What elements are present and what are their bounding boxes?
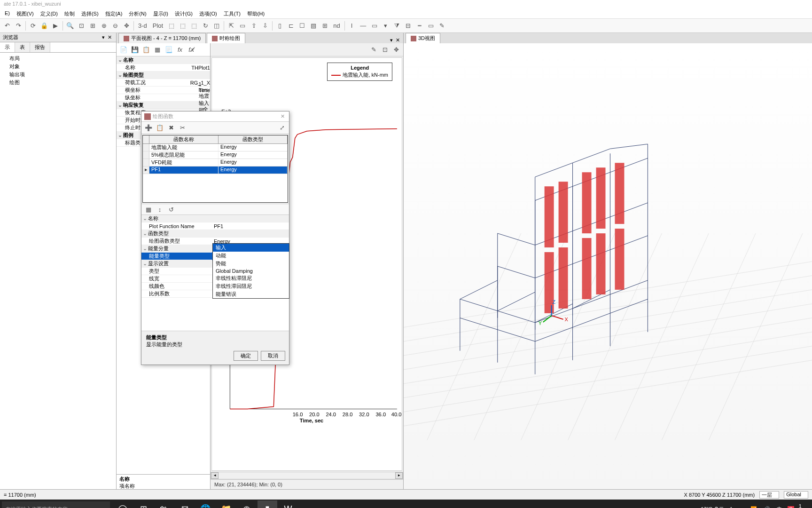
tab-th-plot[interactable]: 时称绘图 <box>207 33 245 43</box>
perspective-icon[interactable]: ◫ <box>211 21 222 31</box>
new-icon[interactable]: 📄 <box>118 45 129 55</box>
sogou-icon[interactable]: S <box>788 506 794 508</box>
lock-icon[interactable]: 🔒 <box>39 21 49 31</box>
clock[interactable]: 1202 <box>799 503 807 508</box>
doc-icon[interactable]: 📃 <box>164 45 174 55</box>
fx2-icon[interactable]: fx̸ <box>186 45 196 55</box>
tree-plot[interactable]: 绘图 <box>4 79 112 87</box>
move-chart-icon[interactable]: ✥ <box>391 45 401 55</box>
dim-icon[interactable]: — <box>358 21 368 31</box>
col-func-name[interactable]: 函数名称 <box>149 135 219 143</box>
dd-global-damping[interactable]: Global Damping <box>213 268 289 274</box>
word-icon[interactable]: W <box>278 500 298 508</box>
table-row[interactable]: VFD耗能Energy <box>143 159 288 167</box>
view-3d-button[interactable]: 3-d <box>136 21 149 31</box>
text-icon[interactable]: I <box>347 21 357 31</box>
app1-icon[interactable]: ▮ <box>258 500 277 508</box>
start-icon[interactable]: ◯ <box>113 500 133 508</box>
cancel-button[interactable]: 取消 <box>261 351 285 361</box>
funnel-icon[interactable]: ⧩ <box>392 21 402 31</box>
color-icon[interactable]: ▭ <box>426 21 436 31</box>
dropdown1-icon[interactable]: ▾ <box>381 21 391 31</box>
weather-widget[interactable]: ☁ 17°C 多云 <box>694 506 724 508</box>
tab-report[interactable]: 报告 <box>30 42 50 52</box>
collapse-icon[interactable]: ⌄ <box>117 72 123 78</box>
object-icon[interactable]: ▭ <box>237 21 248 31</box>
ok-button[interactable]: 确定 <box>234 351 258 361</box>
expand-dialog-icon[interactable]: ⤢ <box>277 123 287 133</box>
plot-button[interactable]: Plot <box>150 21 165 31</box>
show-icon[interactable]: ☐ <box>297 21 307 31</box>
zoom-in-icon[interactable]: ⊕ <box>99 21 109 31</box>
taskview-icon[interactable]: ⊞ <box>133 500 153 508</box>
3d-viewport[interactable]: X Y Z <box>404 43 812 489</box>
tab-3d-view[interactable]: 3D视图 <box>406 33 440 43</box>
extrude-icon[interactable]: ▯ <box>274 21 285 31</box>
explorer-icon[interactable]: 📁 <box>216 500 236 508</box>
menu-options[interactable]: 选项(O) <box>197 10 219 17</box>
zoom-prev-icon[interactable]: ⊞ <box>87 21 98 31</box>
dd-kinetic[interactable]: 动能 <box>213 252 289 260</box>
collapse-icon[interactable]: ⌄ <box>117 102 123 108</box>
zoom-out-icon[interactable]: ⊖ <box>110 21 120 31</box>
edit-chart-icon[interactable]: ✎ <box>368 45 379 55</box>
pfn-value[interactable]: PF1 <box>212 223 289 229</box>
edge-icon[interactable]: 🌐 <box>195 500 215 508</box>
prop-name-value[interactable]: THPlot1 <box>189 65 210 71</box>
zoom-full-icon[interactable]: ⊡ <box>76 21 86 31</box>
grid-icon[interactable]: ▦ <box>152 45 163 55</box>
run-icon[interactable]: ▶ <box>50 21 61 31</box>
menu-define[interactable]: 定义(D) <box>39 10 60 17</box>
dd-input[interactable]: 输入 <box>213 244 289 252</box>
panel-close-icon[interactable]: ✕ <box>106 34 113 40</box>
down-icon[interactable]: ⇩ <box>260 21 270 31</box>
tray-up-icon[interactable]: ^ <box>729 506 733 508</box>
menu-assign[interactable]: 指定(A) <box>103 10 125 17</box>
rect-icon[interactable]: ▭ <box>369 21 380 31</box>
menu-e[interactable]: E) <box>3 10 12 17</box>
fit-chart-icon[interactable]: ⊡ <box>380 45 390 55</box>
chrome-icon[interactable]: ◉ <box>237 500 257 508</box>
tab-table[interactable]: 表 <box>15 42 30 52</box>
refresh-icon[interactable]: ⟳ <box>28 21 38 31</box>
h-scrollbar[interactable]: ◂ ▸ <box>211 472 403 479</box>
menu-tools[interactable]: 工具(T) <box>222 10 242 17</box>
dd-nl-hysteretic[interactable]: 非线性滞回阻尼 <box>213 282 289 290</box>
up-icon[interactable]: ⇧ <box>249 21 259 31</box>
scroll-right-icon[interactable]: ▸ <box>395 472 403 479</box>
windows-search[interactable]: 在这里输入你要搜索的内容 <box>2 501 110 508</box>
volume-icon[interactable]: 🔊 <box>763 506 771 508</box>
column-icon[interactable]: ⊟ <box>403 21 414 31</box>
table-row-selected[interactable]: ▸PF1Energy <box>143 167 288 174</box>
menu-view[interactable]: 视图(V) <box>15 10 36 17</box>
undo-icon[interactable]: ↶ <box>2 21 12 31</box>
pan-icon[interactable]: ✥ <box>121 21 132 31</box>
zoom-rubber-icon[interactable]: 🔍 <box>65 21 75 31</box>
menu-draw[interactable]: 绘制 <box>62 10 77 17</box>
tab-drop-icon[interactable]: ▾ <box>389 37 394 43</box>
tab-display[interactable]: 示 <box>0 42 15 52</box>
tree-view[interactable]: 布局 对象 输出项 绘图 <box>0 53 116 489</box>
reset-icon[interactable]: ↺ <box>166 204 176 214</box>
nd-button[interactable]: nd <box>331 21 342 31</box>
add-func-icon[interactable]: ➕ <box>143 123 154 133</box>
select-icon[interactable]: ▧ <box>308 21 319 31</box>
save-icon[interactable]: 💾 <box>130 45 140 55</box>
status-coord-select[interactable]: Global <box>784 491 808 499</box>
edit-func-icon[interactable]: ✂ <box>177 123 187 133</box>
menu-select[interactable]: 选择(S) <box>79 10 101 17</box>
collapse-icon[interactable]: ⌄ <box>117 132 123 138</box>
section-icon[interactable]: ⊏ <box>286 21 296 31</box>
saveas-icon[interactable]: 📋 <box>141 45 151 55</box>
scroll-left-icon[interactable]: ◂ <box>211 472 219 479</box>
xz-icon[interactable]: ⬚ <box>178 21 188 31</box>
table-row[interactable]: 地震输入能Energy <box>143 144 288 151</box>
onedrive-icon[interactable]: ☁ <box>738 506 745 508</box>
tree-object[interactable]: 对象 <box>4 63 112 71</box>
cat-icon[interactable]: ▦ <box>143 204 154 214</box>
menu-analyze[interactable]: 分析(N) <box>127 10 148 17</box>
mail-icon[interactable]: ✉ <box>175 500 195 508</box>
menu-help[interactable]: 帮助(H) <box>245 10 266 17</box>
pen-icon[interactable]: ✎ <box>437 21 447 31</box>
delete-func-icon[interactable]: ✖ <box>166 123 176 133</box>
